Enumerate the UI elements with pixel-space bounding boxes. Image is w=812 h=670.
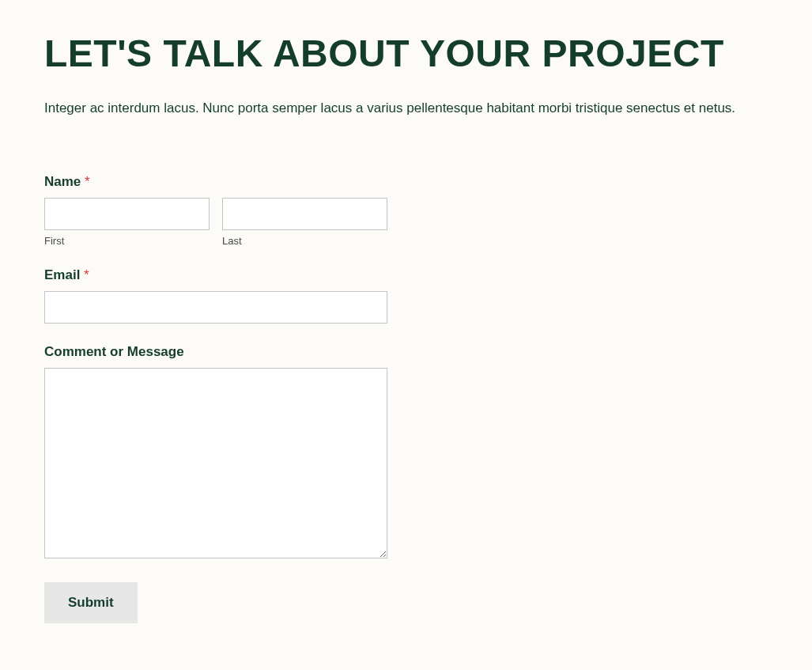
last-name-sublabel: Last bbox=[222, 235, 387, 247]
email-input[interactable] bbox=[44, 291, 387, 324]
required-marker: * bbox=[84, 267, 89, 282]
email-field-group: Email * bbox=[44, 267, 387, 324]
name-label: Name * bbox=[44, 174, 387, 190]
first-name-input[interactable] bbox=[44, 198, 210, 230]
message-textarea[interactable] bbox=[44, 368, 387, 558]
first-name-sublabel: First bbox=[44, 235, 210, 247]
contact-form: Name * First Last Email * Comment or Mes… bbox=[44, 174, 387, 623]
email-label: Email * bbox=[44, 267, 387, 283]
name-field-group: Name * First Last bbox=[44, 174, 387, 247]
page-title: Let's talk about your project bbox=[44, 32, 768, 75]
message-label: Comment or Message bbox=[44, 344, 387, 360]
submit-button[interactable]: Submit bbox=[44, 582, 138, 623]
last-name-input[interactable] bbox=[222, 198, 387, 230]
message-field-group: Comment or Message bbox=[44, 344, 387, 562]
email-label-text: Email bbox=[44, 267, 80, 282]
name-label-text: Name bbox=[44, 174, 81, 189]
intro-text: Integer ac interdum lacus. Nunc porta se… bbox=[44, 97, 768, 119]
required-marker: * bbox=[85, 174, 90, 189]
